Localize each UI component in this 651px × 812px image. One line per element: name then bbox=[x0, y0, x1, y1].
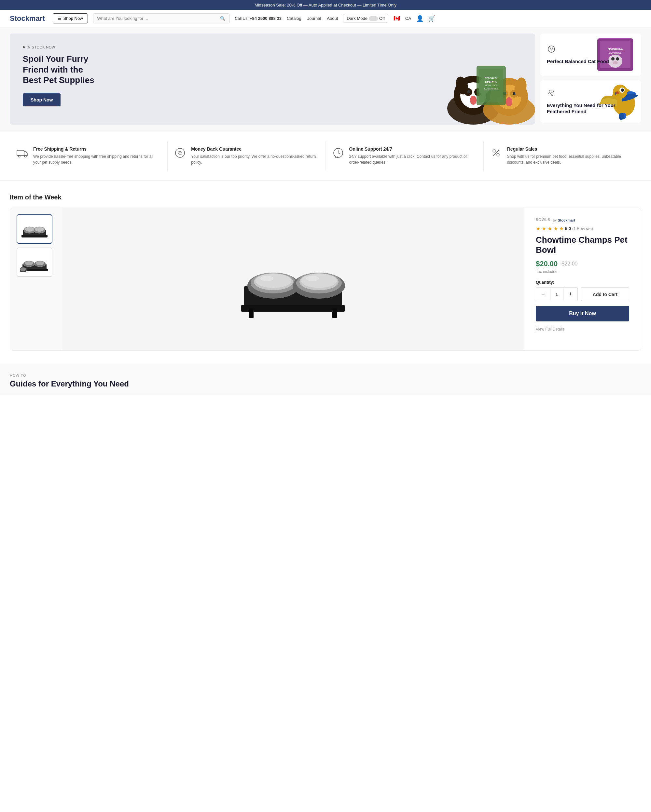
search-icon-button[interactable]: 🔍 bbox=[220, 16, 226, 21]
svg-line-36 bbox=[552, 94, 553, 96]
user-icon: 👤 bbox=[416, 15, 423, 22]
quantity-row: − 1 + Add to Cart bbox=[536, 287, 629, 301]
cat-card-title: Perfect Balanced Cat Food bbox=[547, 58, 635, 65]
quantity-control: − 1 + bbox=[536, 287, 578, 301]
dark-mode-label: Dark Mode bbox=[347, 16, 367, 21]
rating-number: 5.0 bbox=[565, 226, 571, 231]
hero-text: IN STOCK NOW Spoil Your Furry Friend wit… bbox=[23, 45, 101, 106]
logo[interactable]: Stockmart bbox=[10, 14, 45, 23]
nav-journal[interactable]: Journal bbox=[307, 16, 321, 21]
country-flag[interactable]: 🇨🇦 bbox=[394, 15, 400, 21]
reviews-text: 1 Reviews bbox=[573, 226, 591, 231]
header-shop-now-button[interactable]: ☰ Shop Now bbox=[53, 13, 88, 23]
dark-mode-state: Off bbox=[379, 16, 385, 21]
svg-point-71 bbox=[255, 273, 291, 288]
hero-main-card: IN STOCK NOW Spoil Your Furry Friend wit… bbox=[10, 34, 535, 125]
percent-icon bbox=[490, 147, 502, 161]
feature-shipping: Free Shipping & Returns We provide hassl… bbox=[10, 141, 168, 171]
bird-card[interactable]: Everything You Need for Your Feathered F… bbox=[540, 80, 641, 123]
star-2: ★ bbox=[542, 226, 546, 232]
how-to-title: Guides for Everything You Need bbox=[10, 379, 641, 388]
hamburger-icon: ☰ bbox=[58, 16, 61, 21]
star-1: ★ bbox=[536, 226, 540, 232]
price-row: $20.00 $22.00 bbox=[536, 259, 629, 268]
product-category: BOWLS bbox=[536, 218, 550, 221]
header-icons: 👤 🛒 bbox=[416, 15, 435, 22]
product-name: Chowtime Champs Pet Bowl bbox=[536, 235, 629, 255]
price-current: $20.00 bbox=[536, 259, 558, 268]
in-stock-label: IN STOCK NOW bbox=[27, 45, 55, 49]
item-of-week-title: Item of the Week bbox=[10, 194, 641, 201]
quantity-increase-button[interactable]: + bbox=[564, 288, 578, 301]
feature-support-text: Online Support 24/7 24/7 support availab… bbox=[349, 147, 477, 165]
nav-catalog[interactable]: Catalog bbox=[287, 16, 301, 21]
announcement-text: Midseason Sale: 20% Off — Auto Applied a… bbox=[255, 3, 396, 8]
star-4: ★ bbox=[553, 226, 558, 232]
svg-point-49 bbox=[493, 150, 495, 152]
review-count: (1 Reviews) bbox=[572, 226, 593, 231]
cart-icon-button[interactable]: 🛒 bbox=[428, 15, 435, 22]
clock-icon: 24 bbox=[332, 147, 344, 161]
svg-point-65 bbox=[20, 267, 26, 271]
search-bar: 🔍 bbox=[93, 13, 230, 23]
feature-shipping-title: Free Shipping & Returns bbox=[33, 147, 161, 152]
quantity-value: 1 bbox=[550, 288, 564, 300]
in-stock-dot bbox=[23, 46, 25, 48]
hero-image: SPECIALTY HEALTHY MOBILITY™ LARGE BREED bbox=[431, 34, 535, 125]
feature-guarantee-title: Money Back Guarantee bbox=[191, 147, 319, 152]
product-thumb-1[interactable] bbox=[17, 214, 52, 244]
svg-line-51 bbox=[493, 150, 499, 156]
buy-now-button[interactable]: Buy It Now bbox=[536, 306, 629, 321]
user-icon-button[interactable]: 👤 bbox=[416, 15, 423, 22]
features-section: Free Shipping & Returns We provide hassl… bbox=[0, 131, 651, 180]
how-to-section: HOW TO Guides for Everything You Need bbox=[0, 364, 651, 395]
nav-about[interactable]: About bbox=[327, 16, 338, 21]
svg-point-72 bbox=[260, 276, 274, 281]
in-stock-badge: IN STOCK NOW bbox=[23, 45, 101, 49]
svg-point-63 bbox=[36, 261, 44, 265]
quantity-decrease-button[interactable]: − bbox=[536, 288, 550, 301]
svg-point-77 bbox=[306, 276, 319, 281]
search-icon: 🔍 bbox=[220, 16, 226, 21]
product-details: BOWLS by Stockmart ★ ★ ★ ★ ★ 5.0 (1 Revi… bbox=[524, 208, 641, 350]
product-thumb-2[interactable] bbox=[17, 247, 52, 277]
cart-icon: 🛒 bbox=[428, 15, 435, 22]
svg-text:HEALTHY: HEALTHY bbox=[485, 81, 497, 84]
hero-shop-now-button[interactable]: Shop Now bbox=[23, 93, 61, 106]
product-card: BOWLS by Stockmart ★ ★ ★ ★ ★ 5.0 (1 Revi… bbox=[10, 208, 641, 351]
feature-support: 24 Online Support 24/7 24/7 support avai… bbox=[326, 141, 484, 171]
add-to-cart-button[interactable]: Add to Cart bbox=[581, 287, 629, 301]
svg-rect-79 bbox=[332, 308, 337, 318]
announcement-bar: Midseason Sale: 20% Off — Auto Applied a… bbox=[0, 0, 651, 10]
product-brand: by Stockmart bbox=[553, 218, 575, 222]
bird-card-title: Everything You Need for Your Feathered F… bbox=[547, 102, 635, 115]
view-full-details-link[interactable]: View Full Details bbox=[536, 327, 564, 331]
star-3: ★ bbox=[547, 226, 552, 232]
cat-food-card[interactable]: Perfect Balanced Cat Food HAIRBALL CONTR… bbox=[540, 34, 641, 76]
hero-side-cards: Perfect Balanced Cat Food HAIRBALL CONTR… bbox=[540, 34, 641, 125]
dark-mode-toggle[interactable]: Dark Mode Off bbox=[343, 14, 388, 23]
search-input[interactable] bbox=[97, 16, 220, 21]
svg-text:LARGE BREED: LARGE BREED bbox=[484, 88, 498, 90]
svg-point-50 bbox=[497, 154, 499, 156]
feature-guarantee: Money Back Guarantee Your satisfaction i… bbox=[168, 141, 326, 171]
country-code: CA bbox=[405, 16, 411, 21]
price-original: $22.00 bbox=[561, 261, 578, 267]
cat-card-text: Perfect Balanced Cat Food bbox=[547, 44, 635, 65]
brand-link[interactable]: Stockmart bbox=[558, 218, 575, 222]
call-label: Call Us: bbox=[235, 16, 249, 21]
hero-title: Spoil Your Furry Friend with the Best Pe… bbox=[23, 54, 101, 85]
bowl-product-image bbox=[231, 234, 355, 325]
svg-rect-53 bbox=[21, 235, 47, 238]
feature-sales-title: Regular Sales bbox=[507, 147, 635, 152]
how-to-label: HOW TO bbox=[10, 374, 641, 377]
dog-illustration: SPECIALTY HEALTHY MOBILITY™ LARGE BREED bbox=[431, 34, 535, 125]
feature-sales: Regular Sales Shop with us for premium p… bbox=[484, 141, 641, 171]
header: Stockmart ☰ Shop Now 🔍 Call Us: +84 2500… bbox=[0, 10, 651, 27]
feature-shipping-text: Free Shipping & Returns We provide hassl… bbox=[33, 147, 161, 165]
item-of-week-section: Item of the Week bbox=[0, 180, 651, 364]
toggle-switch[interactable] bbox=[369, 16, 378, 21]
svg-point-7 bbox=[470, 96, 477, 105]
svg-rect-78 bbox=[249, 308, 254, 318]
svg-point-61 bbox=[25, 261, 33, 265]
